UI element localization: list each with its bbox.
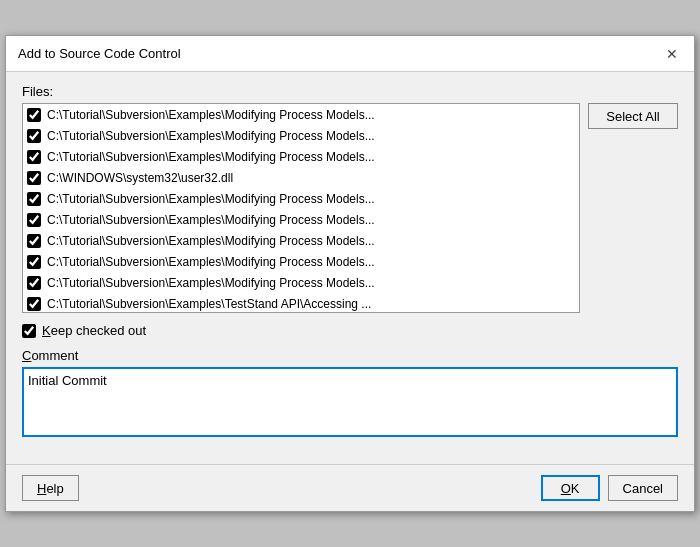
dialog-body: Files: C:\Tutorial\Subversion\Examples\M… bbox=[6, 72, 694, 464]
files-row: C:\Tutorial\Subversion\Examples\Modifyin… bbox=[22, 103, 678, 313]
files-list[interactable]: C:\Tutorial\Subversion\Examples\Modifyin… bbox=[23, 104, 579, 312]
file-path: C:\Tutorial\Subversion\Examples\Modifyin… bbox=[47, 129, 375, 143]
dialog: Add to Source Code Control ✕ Files: C:\T… bbox=[5, 35, 695, 512]
files-list-container: C:\Tutorial\Subversion\Examples\Modifyin… bbox=[22, 103, 580, 313]
dialog-footer: Help OK Cancel bbox=[6, 464, 694, 511]
file-item: C:\Tutorial\Subversion\Examples\Modifyin… bbox=[23, 209, 579, 230]
title-bar: Add to Source Code Control ✕ bbox=[6, 36, 694, 72]
file-path: C:\Tutorial\Subversion\Examples\Modifyin… bbox=[47, 234, 375, 248]
file-checkbox[interactable] bbox=[27, 297, 41, 311]
files-buttons: Select All bbox=[588, 103, 678, 129]
file-path: C:\Tutorial\Subversion\Examples\Modifyin… bbox=[47, 192, 375, 206]
cancel-button[interactable]: Cancel bbox=[608, 475, 678, 501]
file-checkbox[interactable] bbox=[27, 234, 41, 248]
help-button[interactable]: Help bbox=[22, 475, 79, 501]
file-path: C:\Tutorial\Subversion\Examples\Modifyin… bbox=[47, 255, 375, 269]
file-checkbox[interactable] bbox=[27, 192, 41, 206]
file-item: C:\Tutorial\Subversion\Examples\Modifyin… bbox=[23, 230, 579, 251]
file-path: C:\Tutorial\Subversion\Examples\Modifyin… bbox=[47, 276, 375, 290]
close-button[interactable]: ✕ bbox=[662, 44, 682, 64]
file-path: C:\Tutorial\Subversion\Examples\Modifyin… bbox=[47, 213, 375, 227]
file-checkbox[interactable] bbox=[27, 213, 41, 227]
dialog-title: Add to Source Code Control bbox=[18, 46, 181, 61]
file-item: C:\Tutorial\Subversion\Examples\Modifyin… bbox=[23, 146, 579, 167]
ok-button[interactable]: OK bbox=[541, 475, 600, 501]
select-all-button[interactable]: Select All bbox=[588, 103, 678, 129]
file-item: C:\Tutorial\Subversion\Examples\Modifyin… bbox=[23, 104, 579, 125]
file-item: C:\Tutorial\Subversion\Examples\Modifyin… bbox=[23, 125, 579, 146]
file-item: C:\WINDOWS\system32\user32.dll bbox=[23, 167, 579, 188]
file-checkbox[interactable] bbox=[27, 276, 41, 290]
keep-checked-checkbox[interactable] bbox=[22, 324, 36, 338]
keep-checked-label: Keep checked out bbox=[42, 323, 146, 338]
file-checkbox[interactable] bbox=[27, 150, 41, 164]
footer-left: Help bbox=[22, 475, 533, 501]
file-item: C:\Tutorial\Subversion\Examples\TestStan… bbox=[23, 293, 579, 312]
file-path: C:\Tutorial\Subversion\Examples\Modifyin… bbox=[47, 108, 375, 122]
file-path: C:\WINDOWS\system32\user32.dll bbox=[47, 171, 233, 185]
file-checkbox[interactable] bbox=[27, 108, 41, 122]
keep-checked-row: Keep checked out bbox=[22, 323, 678, 338]
file-item: C:\Tutorial\Subversion\Examples\Modifyin… bbox=[23, 272, 579, 293]
file-item: C:\Tutorial\Subversion\Examples\Modifyin… bbox=[23, 251, 579, 272]
files-label: Files: bbox=[22, 84, 678, 99]
file-item: C:\Tutorial\Subversion\Examples\Modifyin… bbox=[23, 188, 579, 209]
file-path: C:\Tutorial\Subversion\Examples\Modifyin… bbox=[47, 150, 375, 164]
file-checkbox[interactable] bbox=[27, 255, 41, 269]
file-path: C:\Tutorial\Subversion\Examples\TestStan… bbox=[47, 297, 371, 311]
file-checkbox[interactable] bbox=[27, 129, 41, 143]
comment-label: Comment bbox=[22, 348, 678, 363]
file-checkbox[interactable] bbox=[27, 171, 41, 185]
comment-textarea[interactable]: Initial Commit bbox=[22, 367, 678, 437]
